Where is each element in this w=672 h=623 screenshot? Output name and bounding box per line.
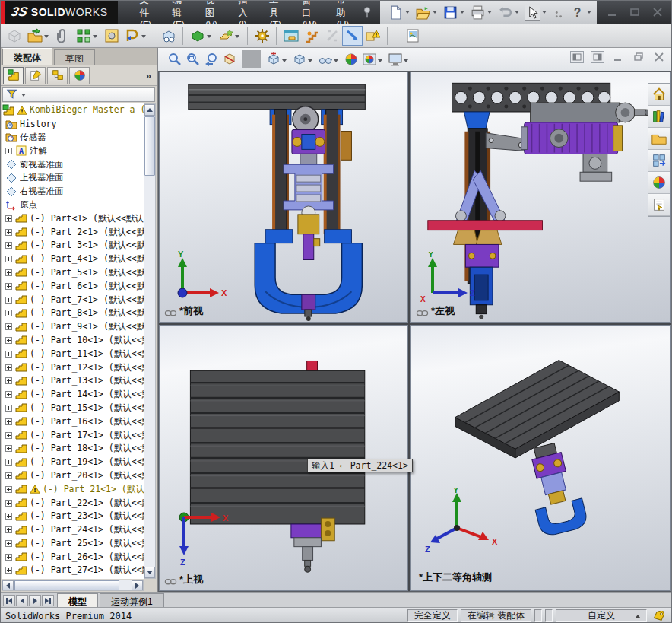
tree-horizontal-scrollbar[interactable] xyxy=(2,580,144,591)
expand-plus-icon[interactable] xyxy=(5,391,12,398)
task-pane-tab[interactable] xyxy=(648,172,670,194)
more-tabs-chevron[interactable]: » xyxy=(146,70,151,81)
panel-tab[interactable]: 草图 xyxy=(54,49,95,65)
dropdown-arrow-icon[interactable] xyxy=(460,11,464,14)
tree-item[interactable]: (-) Part_17<1> (默认<<默 xyxy=(2,428,144,442)
expand-plus-icon[interactable] xyxy=(5,297,12,304)
tree-item[interactable]: 前视基准面 xyxy=(2,157,144,171)
toolbar-button[interactable] xyxy=(52,26,73,46)
feature-manager-tab[interactable] xyxy=(69,67,90,84)
pin-icon[interactable] xyxy=(360,4,374,21)
tree-item[interactable]: 传感器 xyxy=(2,131,144,145)
expand-plus-icon[interactable] xyxy=(5,513,12,520)
study-tab[interactable]: 模型 xyxy=(57,593,98,607)
tree-item[interactable]: (-) Part_9<1> (默认<<默 xyxy=(2,320,144,334)
scrollbar-thumb[interactable] xyxy=(14,580,119,590)
expand-plus-icon[interactable] xyxy=(5,526,12,533)
tree-item[interactable]: (-) Part_6<1> (默认<<默 xyxy=(2,279,144,293)
tree-item[interactable]: 上视基准面 xyxy=(2,171,144,185)
scroll-up-button[interactable] xyxy=(144,104,155,116)
collapse-right-pane-icon[interactable] xyxy=(591,51,604,63)
toolbar-button[interactable] xyxy=(276,27,277,45)
tree-item[interactable]: (-) Part_21<1> (默认 xyxy=(2,482,144,496)
last-tab-button[interactable] xyxy=(42,595,54,606)
tree-item[interactable]: KombiBieger Master a (默认 xyxy=(2,103,144,117)
tree-item[interactable]: (-) Part_18<1> (默认<<默 xyxy=(2,442,144,456)
feature-manager-tab[interactable] xyxy=(25,67,46,84)
status-custom-dropdown[interactable]: 自定义 xyxy=(556,609,647,622)
toolbar-button[interactable] xyxy=(215,26,236,46)
tree-item[interactable]: 右视基准面 xyxy=(2,185,144,199)
tree-item[interactable]: (-) Part_12<1> (默认<<默 xyxy=(2,361,144,374)
tree-item[interactable]: (-) Part_2<1> (默认<<默 xyxy=(2,225,144,239)
toolbar-button[interactable] xyxy=(73,26,94,46)
toolbar-button[interactable] xyxy=(24,26,45,46)
tree-item[interactable]: (-) Part_5<1> (默认<<默 xyxy=(2,266,144,280)
quick-access-button[interactable] xyxy=(552,5,568,21)
dropdown-arrow-icon[interactable] xyxy=(433,11,437,14)
expand-plus-icon[interactable] xyxy=(5,472,12,479)
tree-filter-bar[interactable] xyxy=(2,87,155,102)
doc-close-button[interactable] xyxy=(652,51,666,63)
toolbar-button[interactable] xyxy=(247,27,248,45)
study-tab[interactable]: 运动算例1 xyxy=(100,593,164,607)
close-button[interactable] xyxy=(650,5,665,19)
task-pane-tab[interactable] xyxy=(648,194,670,216)
tree-item[interactable]: (-) Part_3<1> (默认<<默 xyxy=(2,239,144,253)
tag-icon[interactable] xyxy=(650,609,668,623)
dropdown-arrow-icon[interactable] xyxy=(334,59,338,62)
expand-plus-icon[interactable] xyxy=(5,229,12,236)
toolbar-button[interactable] xyxy=(363,26,383,46)
expand-plus-icon[interactable] xyxy=(5,148,12,154)
quick-access-button[interactable] xyxy=(525,5,550,21)
quick-access-button[interactable] xyxy=(470,5,496,21)
tree-item[interactable]: (-) Part_27<1> (默认<<默 xyxy=(2,564,144,577)
tree-item[interactable]: (-) Part_20<1> (默认<<默 xyxy=(2,469,144,483)
tree-item[interactable]: (-) Part_25<1> (默认<<默 xyxy=(2,537,144,551)
expand-plus-icon[interactable] xyxy=(5,418,12,425)
quick-access-button[interactable] xyxy=(415,5,441,21)
doc-restore-button[interactable] xyxy=(632,51,645,63)
expand-plus-icon[interactable] xyxy=(5,445,12,452)
scroll-down-button[interactable] xyxy=(144,567,155,578)
expand-plus-icon[interactable] xyxy=(5,405,12,412)
toolbar-button[interactable] xyxy=(322,26,342,46)
tree-item[interactable]: 原点 xyxy=(2,199,144,212)
expand-plus-icon[interactable] xyxy=(5,323,12,330)
collapse-left-pane-icon[interactable] xyxy=(570,51,584,63)
dropdown-arrow-icon[interactable] xyxy=(515,11,519,14)
expand-plus-icon[interactable] xyxy=(5,364,12,371)
expand-plus-icon[interactable] xyxy=(5,215,12,222)
expand-plus-icon[interactable] xyxy=(5,432,12,439)
expand-plus-icon[interactable] xyxy=(5,377,12,384)
dropdown-arrow-icon[interactable] xyxy=(405,11,410,14)
viewport-top[interactable]: X Z *上视 xyxy=(159,325,408,591)
toolbar-button[interactable] xyxy=(342,26,363,46)
expand-plus-icon[interactable] xyxy=(5,337,12,344)
viewport-left[interactable]: Y Z X *左视 xyxy=(410,72,671,323)
tree-item[interactable]: (-) Part_14<1> (默认<<默 xyxy=(2,388,144,402)
expand-plus-icon[interactable] xyxy=(5,351,12,358)
minimize-button[interactable] xyxy=(604,5,620,19)
dropdown-arrow-icon[interactable] xyxy=(542,11,547,14)
toolbar-button[interactable] xyxy=(187,26,208,46)
viewport-front[interactable]: Y X *前视 xyxy=(159,72,408,323)
dropdown-arrow-icon[interactable] xyxy=(235,35,239,38)
restore-button[interactable] xyxy=(627,5,642,19)
tree-item[interactable]: (-) Part_23<1> (默认<<默 xyxy=(2,510,144,523)
dropdown-arrow-icon[interactable] xyxy=(93,35,97,38)
toolbar-button[interactable] xyxy=(158,26,179,46)
quick-access-button[interactable] xyxy=(497,5,523,21)
toolbar-button[interactable] xyxy=(182,27,183,45)
dropdown-arrow-icon[interactable] xyxy=(44,35,49,38)
dropdown-arrow-icon[interactable] xyxy=(308,59,312,62)
scrollbar-thumb[interactable] xyxy=(144,116,155,176)
quick-access-button[interactable] xyxy=(442,5,468,21)
toolbar-button[interactable] xyxy=(402,26,423,46)
dropdown-arrow-icon[interactable] xyxy=(587,11,591,14)
tree-item[interactable]: (-) Part_10<1> (默认<<默 xyxy=(2,334,144,348)
dropdown-arrow-icon[interactable] xyxy=(282,59,287,62)
viewport-isometric[interactable]: Y X Z *上下二等角轴测 xyxy=(410,325,671,591)
dropdown-arrow-icon[interactable] xyxy=(207,35,211,38)
tree-item[interactable]: (-) Part_16<1> (默认<<默 xyxy=(2,415,144,428)
